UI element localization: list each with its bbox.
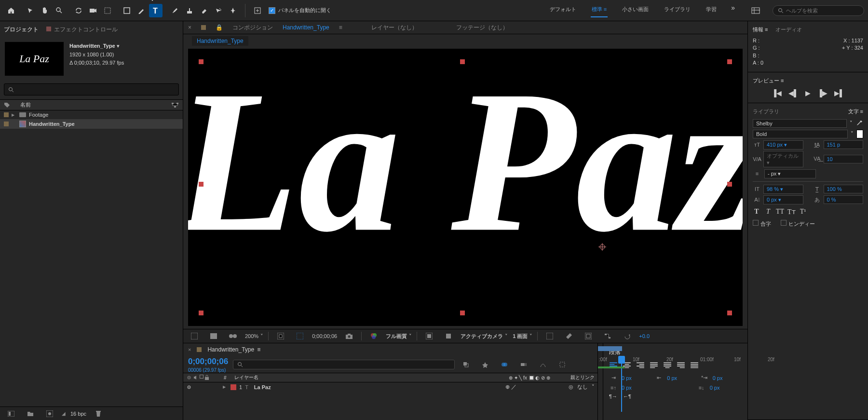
workspace-small[interactable]: 小さい画面 [621, 4, 650, 17]
channel-icon[interactable] [367, 329, 380, 343]
guides-icon[interactable] [543, 329, 556, 343]
eye-icon[interactable] [186, 384, 192, 390]
tab-preview[interactable]: プレビュー ≡ [753, 77, 784, 84]
comp-breadcrumb[interactable]: Handwritten_Type [192, 36, 248, 46]
hindi-checkbox[interactable]: ヒンディー [781, 220, 815, 228]
selection-tool[interactable] [24, 4, 37, 17]
text-dir-rtl[interactable]: ←¶ [623, 393, 631, 399]
project-search[interactable] [4, 83, 179, 95]
viewer-time[interactable]: 0;00;00;06 [312, 333, 337, 339]
zoom-select[interactable]: 200% ˅ [245, 333, 263, 339]
timeline-time[interactable]: 0;00;00;06 [183, 356, 233, 367]
rectangle-tool[interactable] [120, 4, 134, 17]
bold-btn[interactable]: T [753, 208, 760, 216]
timeline-tab-close[interactable]: × [188, 347, 191, 352]
allcaps-btn[interactable]: TT [776, 208, 784, 216]
zoom-tool[interactable] [53, 4, 66, 17]
pin-tool[interactable] [226, 4, 240, 17]
comp-thumbnail[interactable]: La Paz [5, 42, 64, 76]
superscript-btn[interactable]: T¹ [799, 208, 807, 216]
project-item-folder[interactable]: ▶ Footage [0, 110, 183, 119]
play-icon[interactable]: ▶ [805, 89, 811, 97]
font-family-select[interactable] [753, 119, 847, 128]
type-tool[interactable]: T [149, 4, 163, 17]
comp-tab-name[interactable]: Handwritten_Type [283, 24, 329, 31]
workspace-overflow[interactable]: » [731, 4, 735, 17]
auto-open-checkbox[interactable]: ✓ パネルを自動的に開く [269, 7, 331, 14]
tab-character[interactable]: 文字 ≡ [848, 108, 863, 115]
roi-icon[interactable] [293, 329, 307, 343]
pan-behind-tool[interactable] [101, 4, 114, 17]
tracking-input[interactable]: 10 [824, 155, 864, 163]
tab-effect-controls[interactable]: エフェクトコントロール [46, 24, 118, 35]
bpc-label[interactable]: 16 bpc [70, 411, 86, 417]
tsume-input[interactable]: 0 % [824, 195, 864, 204]
workspace-standard[interactable]: 標準 ≡ [591, 4, 608, 17]
hand-tool[interactable] [38, 4, 52, 17]
tl-composite-icon[interactable] [459, 358, 473, 371]
font-size-input[interactable]: 410 px ▾ [763, 140, 803, 149]
smallcaps-btn[interactable]: Tᴛ [787, 208, 795, 216]
tab-library[interactable]: ライブラリ [753, 108, 779, 115]
camera-select[interactable]: アクティブカメラ ˅ [461, 333, 508, 340]
timeline-tab[interactable]: Handwritten_Type ≡ [207, 346, 260, 353]
lock-icon[interactable]: 🔒 [216, 24, 223, 31]
hscale-input[interactable]: 100 % [824, 185, 864, 193]
comp-new-icon[interactable] [43, 407, 56, 420]
draft3d-icon[interactable] [442, 329, 455, 343]
toggle-transparency-icon[interactable] [207, 329, 220, 343]
3d-icon[interactable] [422, 329, 436, 343]
ligature-checkbox[interactable]: 合字 [753, 220, 771, 228]
tl-shy-icon[interactable] [478, 358, 492, 371]
kerning-select[interactable]: オプティカル ▾ [763, 151, 803, 167]
justify-right-icon[interactable] [677, 362, 685, 369]
fill-swatch[interactable] [856, 130, 863, 138]
ruler-icon[interactable] [562, 329, 576, 343]
flow-icon[interactable] [601, 329, 614, 343]
brush-tool[interactable] [168, 4, 182, 17]
trash-icon[interactable] [92, 407, 105, 420]
timeline-layer-row[interactable]: ▶ 1 T La Paz ⊕ ／ ◎ なし ˅ [183, 382, 597, 392]
eyedropper-icon[interactable] [855, 120, 863, 127]
vscale-input[interactable]: 98 % ▾ [763, 185, 803, 194]
justify-left-icon[interactable] [650, 362, 658, 369]
italic-btn[interactable]: T [764, 208, 772, 216]
resolution-icon[interactable] [274, 329, 287, 343]
tag-icon[interactable] [4, 102, 11, 108]
camera-tool[interactable] [86, 4, 100, 17]
leading-input[interactable]: 151 p [824, 140, 864, 149]
font-style-select[interactable] [753, 130, 848, 138]
tab-project[interactable]: プロジェクト [4, 24, 39, 35]
interpret-icon[interactable] [4, 407, 18, 420]
mask-icon[interactable] [226, 329, 240, 343]
exposure-value[interactable]: +0.0 [639, 333, 650, 339]
layer-tab[interactable]: レイヤー（なし） [371, 24, 418, 32]
orbit-tool[interactable] [72, 4, 85, 17]
folder-new-icon[interactable] [24, 407, 37, 420]
first-frame-icon[interactable]: ▐◀ [772, 89, 782, 97]
next-frame-icon[interactable]: ▐▶ [817, 89, 827, 97]
help-search[interactable] [773, 5, 864, 16]
tl-graph-icon[interactable] [536, 358, 550, 371]
justify-all-icon[interactable] [690, 362, 699, 369]
eraser-tool[interactable] [197, 4, 211, 17]
snapshot-icon[interactable] [342, 329, 356, 343]
tl-motionblur-icon[interactable] [517, 358, 530, 371]
last-frame-icon[interactable]: ▶▌ [834, 89, 844, 97]
snap-icon[interactable] [251, 4, 264, 17]
views-select[interactable]: 1 画面 ˅ [513, 333, 532, 340]
timeline-ruler-area[interactable]: :00f 10f 20f 01:00f 10f 20f [598, 343, 603, 420]
workspace-learn[interactable]: 学習 [705, 4, 718, 17]
align-right-icon[interactable] [636, 362, 645, 369]
quality-select[interactable]: フル画質 ˅ [386, 333, 412, 340]
safe-icon[interactable] [582, 329, 595, 343]
stroke-width-input[interactable]: - px ▾ [764, 169, 816, 178]
composition-viewer[interactable]: La Paz [188, 49, 743, 326]
timeline-search[interactable] [233, 360, 455, 369]
project-item-comp[interactable]: Handwritten_Type [0, 119, 183, 129]
text-dir-ltr[interactable]: ¶→ [609, 393, 617, 399]
tab-info[interactable]: 情報 ≡ [753, 26, 768, 33]
footage-tab[interactable]: フッテージ（なし） [456, 24, 508, 32]
workspace-library[interactable]: ライブラリ [663, 4, 692, 17]
reset-exposure-icon[interactable] [620, 329, 634, 343]
